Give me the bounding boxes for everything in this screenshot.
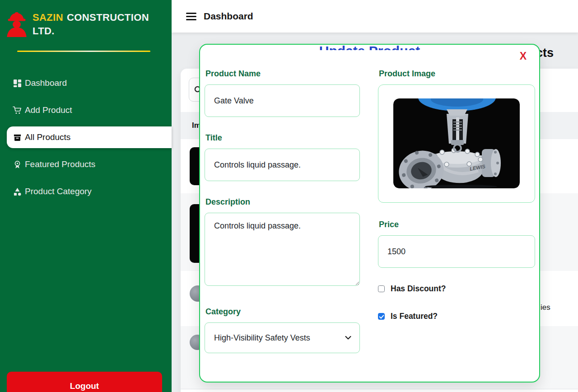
product-image-box: LEWIS xyxy=(378,84,535,203)
category-cell-fragment: ies xyxy=(541,303,550,312)
brand-name-line2: LTD. xyxy=(33,24,164,38)
product-image-label: Product Image xyxy=(379,69,535,79)
brand-underline xyxy=(17,51,150,52)
product-name-label: Product Name xyxy=(205,69,360,79)
sidebar-item-product-category[interactable]: Product Category xyxy=(0,181,172,202)
form-right-column: Product Image xyxy=(378,69,535,353)
has-discount-row: Has Discount? xyxy=(378,284,535,294)
sidebar-item-label: Add Product xyxy=(25,105,72,115)
update-product-form: Product Name Title Description Controls … xyxy=(205,69,535,353)
award-icon xyxy=(13,160,22,169)
category-select-wrap: High-Visibility Safety Vests xyxy=(205,322,360,353)
has-discount-label: Has Discount? xyxy=(391,284,446,294)
description-label: Description xyxy=(205,197,360,207)
modal-title: Update Product xyxy=(200,45,539,50)
hamburger-menu-icon[interactable] xyxy=(186,13,196,20)
logout-button[interactable]: Logout xyxy=(7,372,162,392)
sidebar-item-label: Featured Products xyxy=(25,159,95,169)
has-discount-checkbox[interactable] xyxy=(378,285,385,292)
sidebar-item-label: Product Category xyxy=(25,187,92,196)
price-label: Price xyxy=(379,220,535,229)
brand: SAZINCONSTRUCTION LTD. xyxy=(6,11,164,38)
modal-title-clipped: Update Product xyxy=(200,45,539,50)
sidebar-item-all-products[interactable]: All Products xyxy=(7,126,172,148)
sidebar-item-label: Dashboard xyxy=(25,78,67,88)
sidebar-item-dashboard[interactable]: Dashboard xyxy=(0,72,172,94)
update-product-modal: Update Product X Product Name Title Desc… xyxy=(199,44,540,383)
topbar-title: Dashboard xyxy=(204,11,253,22)
table-row xyxy=(181,389,578,392)
is-featured-checkbox[interactable] xyxy=(378,313,385,320)
category-label: Category xyxy=(205,307,360,317)
sidebar-item-featured-products[interactable]: Featured Products xyxy=(0,154,172,175)
description-textarea[interactable]: Controls liquid passage. xyxy=(205,213,360,286)
brand-name-accent: SAZIN xyxy=(33,12,63,23)
category-select[interactable]: High-Visibility Safety Vests xyxy=(205,322,360,353)
sidebar-nav: Dashboard Add Product xyxy=(0,72,172,208)
brand-name-rest: CONSTRUCTION xyxy=(67,12,149,23)
title-label: Title xyxy=(205,133,360,143)
close-button[interactable]: X xyxy=(520,51,527,61)
topbar: Dashboard xyxy=(172,0,578,33)
sidebar: SAZINCONSTRUCTION LTD. Dashboard xyxy=(0,0,172,392)
price-input[interactable] xyxy=(378,235,535,268)
box-icon xyxy=(13,133,22,142)
worker-logo-icon xyxy=(6,12,28,37)
sidebar-item-label: All Products xyxy=(25,132,70,142)
product-image: LEWIS xyxy=(393,98,520,188)
is-featured-label: Is Featured? xyxy=(391,312,438,321)
is-featured-row: Is Featured? xyxy=(378,312,535,321)
cart-icon xyxy=(13,106,22,115)
app-window: All Products Image ies xyxy=(0,0,578,392)
grid-icon xyxy=(13,79,22,88)
title-input[interactable] xyxy=(205,149,360,181)
product-name-input[interactable] xyxy=(205,84,360,117)
form-left-column: Product Name Title Description Controls … xyxy=(205,69,360,353)
brand-name: SAZINCONSTRUCTION LTD. xyxy=(33,11,164,38)
sidebar-item-add-product[interactable]: Add Product xyxy=(0,99,172,121)
shapes-icon xyxy=(13,187,22,196)
